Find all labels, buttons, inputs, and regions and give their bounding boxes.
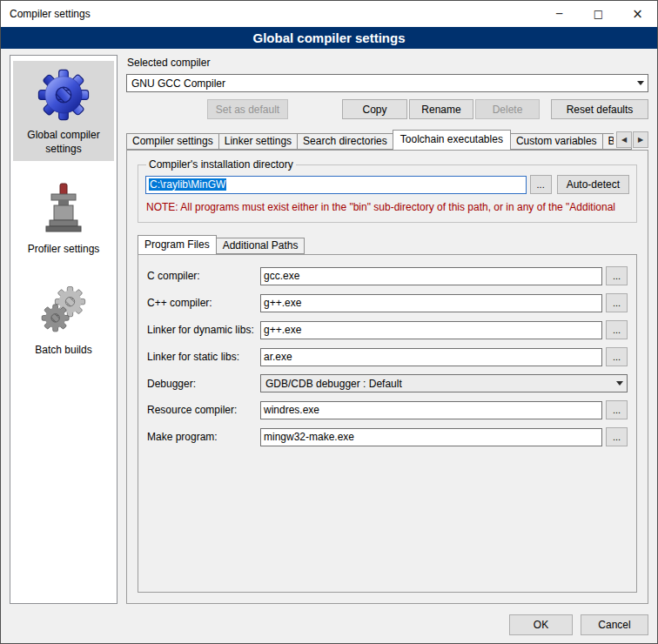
subtab-additional-paths[interactable]: Additional Paths — [216, 238, 306, 254]
linker-dynamic-browse-button[interactable]: ... — [606, 320, 628, 339]
install-dir-group-title: Compiler's installation directory — [146, 158, 296, 171]
selected-compiler-label: Selected compiler — [127, 57, 648, 69]
window-title: Compiler settings — [1, 8, 91, 20]
maximize-icon: □ — [594, 8, 603, 20]
close-button[interactable]: × — [618, 1, 657, 27]
tab-compiler-settings[interactable]: Compiler settings — [126, 133, 219, 150]
reset-defaults-button[interactable]: Reset defaults — [551, 99, 648, 119]
main-tabstrip: Compiler settings Linker settings Search… — [126, 130, 648, 150]
chevron-down-icon — [633, 75, 648, 91]
toolchain-executables-page: Compiler's installation directory C:\ray… — [126, 150, 648, 604]
sidebar-item-global-compiler-settings[interactable]: Global compiler settings — [13, 61, 114, 161]
cpp-compiler-input[interactable]: g++.exe — [260, 294, 602, 312]
tab-search-directories[interactable]: Search directories — [297, 133, 393, 150]
auto-detect-button[interactable]: Auto-detect — [557, 175, 629, 194]
bin-subdirectory-note: NOTE: All programs must exist either in … — [146, 201, 628, 213]
linker-static-browse-button[interactable]: ... — [606, 347, 628, 366]
install-dir-browse-button[interactable]: ... — [530, 175, 552, 194]
minimize-button[interactable]: ─ — [540, 1, 579, 27]
linker-dynamic-input[interactable]: g++.exe — [260, 321, 602, 339]
linker-static-value: ar.exe — [264, 351, 292, 363]
compiler-actions: Set as default Copy Rename Delete Reset … — [126, 99, 648, 119]
chevron-down-icon — [612, 375, 627, 392]
tab-linker-settings[interactable]: Linker settings — [218, 133, 298, 150]
field-row-cpp-compiler: C++ compiler: g++.exe ... — [147, 293, 628, 312]
make-program-value: mingw32-make.exe — [264, 431, 354, 443]
linker-dynamic-label: Linker for dynamic libs: — [147, 324, 260, 336]
program-files-panel: C compiler: gcc.exe ... C++ compiler: g+… — [138, 254, 637, 593]
ok-button[interactable]: OK — [509, 614, 573, 635]
c-compiler-value: gcc.exe — [264, 270, 299, 282]
debugger-dropdown[interactable]: GDB/CDB debugger : Default — [260, 374, 628, 392]
dialog-body: Global compiler settings Profiler settin… — [1, 49, 657, 609]
selected-compiler-dropdown[interactable]: GNU GCC Compiler — [126, 74, 648, 92]
install-dir-input[interactable]: C:\raylib\MinGW — [145, 176, 527, 194]
linker-dynamic-value: g++.exe — [264, 324, 301, 336]
dialog-footer: OK Cancel — [1, 609, 657, 643]
make-program-input[interactable]: mingw32-make.exe — [260, 428, 602, 446]
titlebar: Compiler settings ─ □ × — [1, 1, 657, 27]
tab-scroll-buttons: ◀ ▶ — [614, 131, 648, 148]
copy-button[interactable]: Copy — [342, 99, 407, 119]
subtab-program-files[interactable]: Program Files — [138, 235, 217, 254]
window-controls: ─ □ × — [540, 1, 657, 27]
dialog-header: Global compiler settings — [1, 27, 657, 49]
settings-sidebar: Global compiler settings Profiler settin… — [10, 55, 118, 604]
sidebar-item-batch-builds[interactable]: Batch builds — [13, 276, 114, 363]
cpp-compiler-label: C++ compiler: — [147, 297, 260, 309]
field-row-c-compiler: C compiler: gcc.exe ... — [147, 266, 628, 285]
minimize-icon: ─ — [556, 8, 562, 20]
resource-compiler-input[interactable]: windres.exe — [260, 401, 602, 419]
resource-compiler-browse-button[interactable]: ... — [606, 400, 628, 419]
make-program-label: Make program: — [147, 431, 260, 443]
rename-button[interactable]: Rename — [409, 99, 473, 119]
resource-compiler-label: Resource compiler: — [147, 404, 260, 416]
make-program-browse-button[interactable]: ... — [606, 427, 628, 446]
cpp-compiler-value: g++.exe — [264, 297, 301, 309]
field-row-make-program: Make program: mingw32-make.exe ... — [147, 427, 628, 446]
debugger-value: GDB/CDB debugger : Default — [265, 378, 402, 390]
program-files-tabstrip: Program Files Additional Paths — [138, 235, 637, 254]
install-dir-value: C:\raylib\MinGW — [149, 178, 226, 191]
field-row-resource-compiler: Resource compiler: windres.exe ... — [147, 400, 628, 419]
c-compiler-label: C compiler: — [147, 270, 260, 282]
main-panel: Selected compiler GNU GCC Compiler Set a… — [126, 55, 648, 604]
close-icon: × — [632, 6, 643, 22]
cpp-compiler-browse-button[interactable]: ... — [606, 293, 628, 312]
field-row-linker-dynamic: Linker for dynamic libs: g++.exe ... — [147, 320, 628, 339]
delete-button[interactable]: Delete — [475, 99, 540, 119]
cancel-button[interactable]: Cancel — [581, 614, 648, 635]
tab-scroll-left-icon[interactable]: ◀ — [616, 131, 632, 148]
blue-gear-icon — [37, 67, 91, 123]
compiler-settings-dialog: Compiler settings ─ □ × Global compiler … — [0, 0, 658, 644]
debugger-label: Debugger: — [147, 378, 260, 390]
sidebar-item-label: Profiler settings — [28, 243, 100, 257]
sidebar-item-label: Global compiler settings — [15, 129, 112, 156]
install-dir-row: C:\raylib\MinGW ... Auto-detect — [145, 175, 629, 194]
tab-scroll-right-icon[interactable]: ▶ — [633, 131, 648, 148]
field-row-debugger: Debugger: GDB/CDB debugger : Default — [147, 374, 628, 392]
sidebar-item-label: Batch builds — [35, 344, 91, 358]
resource-compiler-value: windres.exe — [264, 404, 319, 416]
selected-compiler-value: GNU GCC Compiler — [131, 77, 225, 90]
c-compiler-browse-button[interactable]: ... — [606, 266, 628, 285]
sidebar-item-profiler-settings[interactable]: Profiler settings — [13, 175, 114, 262]
tab-toolchain-executables[interactable]: Toolchain executables — [393, 130, 511, 150]
tab-custom-variables[interactable]: Custom variables — [510, 133, 603, 150]
maximize-button[interactable]: □ — [579, 1, 618, 27]
linker-static-label: Linker for static libs: — [147, 351, 260, 363]
gray-gears-icon — [37, 282, 90, 338]
linker-static-input[interactable]: ar.exe — [260, 348, 602, 366]
set-as-default-button[interactable]: Set as default — [207, 99, 288, 119]
install-dir-groupbox: Compiler's installation directory C:\ray… — [138, 158, 637, 223]
field-row-linker-static: Linker for static libs: ar.exe ... — [147, 347, 628, 366]
profiler-tool-icon — [40, 181, 87, 237]
c-compiler-input[interactable]: gcc.exe — [260, 267, 602, 285]
